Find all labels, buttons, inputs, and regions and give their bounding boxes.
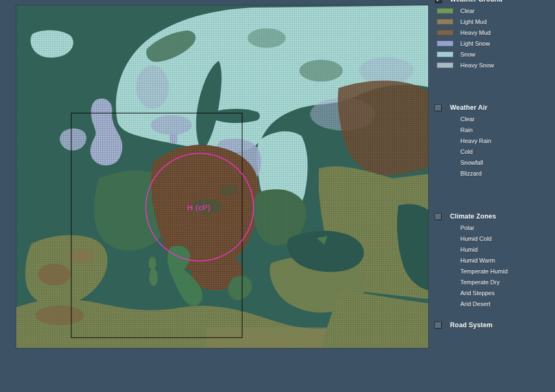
legend-item-humid-cold: Humid Cold <box>434 233 555 244</box>
rain-label: Rain <box>460 127 473 133</box>
light-mud-label: Light Mud <box>460 18 486 25</box>
legend-item-snowfall: Snowfall <box>434 157 555 168</box>
legend-item-snow: Snow <box>434 49 555 60</box>
legend-item-clear: Clear <box>434 5 555 16</box>
legend-item-rain: Rain <box>434 125 555 135</box>
light-mud-swatch <box>437 19 453 24</box>
europe-map-canvas: H (cP) <box>16 5 428 348</box>
clear-label: Clear <box>460 116 474 122</box>
humid-warm-label: Humid Warm <box>460 257 495 264</box>
legend-section-climate-zones: Climate ZonesPolarHumid ColdHumidHumid W… <box>434 211 555 309</box>
legend-item-blizzard: Blizzard <box>434 168 555 179</box>
legend-item-light-mud: Light Mud <box>434 16 555 27</box>
heavy-rain-label: Heavy Rain <box>460 138 491 144</box>
heavy-snow-label: Heavy Snow <box>460 62 494 69</box>
weather-ground-title: Weather Ground <box>450 0 503 3</box>
legend-item-arid-desert: Arid Desert <box>434 298 555 309</box>
snow-label: Snow <box>460 51 476 58</box>
weather-air-title: Weather Air <box>450 104 488 111</box>
dither-overlay <box>16 5 428 348</box>
legend-item-arid-steppes: Arid Steppes <box>434 288 555 298</box>
polar-label: Polar <box>460 225 474 231</box>
weather-ground-checkbox[interactable]: ✓ <box>435 0 442 3</box>
legend-section-weather-ground: ✓Weather GroundClearLight MudHeavy MudLi… <box>434 0 555 71</box>
road-system-header: Road System <box>434 320 555 331</box>
legend-section-road-system: Road System <box>434 320 555 331</box>
light-snow-swatch <box>437 41 453 46</box>
legend-item-temperate-dry: Temperate Dry <box>434 277 555 288</box>
clear-swatch <box>437 8 453 14</box>
legend-item-light-snow: Light Snow <box>434 38 555 49</box>
legend-item-temperate-humid: Temperate Humid <box>434 266 555 277</box>
snowfall-label: Snowfall <box>460 159 483 166</box>
legend-item-humid-warm: Humid Warm <box>434 255 555 266</box>
legend-item-heavy-mud: Heavy Mud <box>434 27 555 38</box>
road-system-title: Road System <box>450 321 492 329</box>
legend-item-heavy-snow: Heavy Snow <box>434 60 555 71</box>
road-system-checkbox[interactable] <box>435 322 442 329</box>
legend-item-humid: Humid <box>434 244 555 255</box>
legend-item-heavy-rain: Heavy Rain <box>434 135 555 146</box>
arid-steppes-label: Arid Steppes <box>460 290 495 296</box>
temperate-humid-label: Temperate Humid <box>460 268 508 275</box>
heavy-mud-label: Heavy Mud <box>460 29 491 36</box>
legend-item-cold: Cold <box>434 146 555 157</box>
map-viewport[interactable]: H (cP) <box>16 5 428 348</box>
arid-desert-label: Arid Desert <box>460 301 490 307</box>
legend-item-clear: Clear <box>434 114 555 125</box>
climate-zones-checkbox[interactable] <box>435 213 442 220</box>
cold-label: Cold <box>460 148 473 155</box>
clear-label: Clear <box>460 8 474 14</box>
weather-ground-header: ✓Weather Ground <box>434 0 555 5</box>
snow-swatch <box>437 52 453 57</box>
climate-zones-title: Climate Zones <box>450 213 496 220</box>
humid-label: Humid <box>460 246 478 253</box>
legend-item-polar: Polar <box>434 222 555 233</box>
humid-cold-label: Humid Cold <box>460 235 491 242</box>
weather-air-checkbox[interactable] <box>435 104 442 111</box>
weather-air-header: Weather Air <box>434 103 555 114</box>
legend-panel: ✓Weather GroundClearLight MudHeavy MudLi… <box>434 0 555 392</box>
temperate-dry-label: Temperate Dry <box>460 279 499 285</box>
blizzard-label: Blizzard <box>460 170 482 177</box>
climate-zones-header: Climate Zones <box>434 211 555 222</box>
light-snow-label: Light Snow <box>460 40 490 47</box>
pressure-system-label: H (cP) <box>187 203 211 212</box>
heavy-snow-swatch <box>437 63 453 68</box>
heavy-mud-swatch <box>437 30 453 35</box>
legend-section-weather-air: Weather AirClearRainHeavy RainColdSnowfa… <box>434 103 555 179</box>
